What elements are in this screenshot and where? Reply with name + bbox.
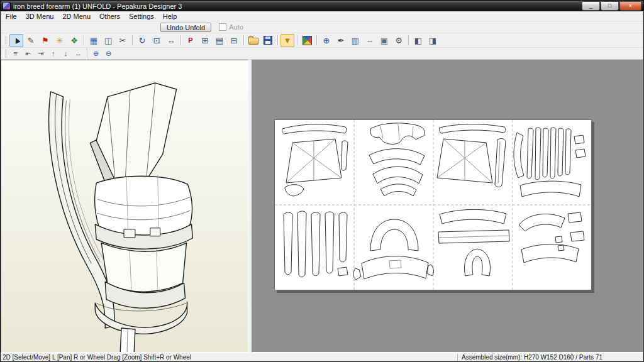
action-bar: Undo Unfold Auto	[1, 21, 643, 33]
pattern-part[interactable]	[427, 265, 433, 276]
pattern-part[interactable]	[353, 268, 361, 280]
align-bottom-icon[interactable]: ↓	[60, 48, 72, 59]
pattern-part[interactable]	[285, 185, 304, 196]
pattern-part[interactable]	[370, 123, 425, 145]
bounding-box-icon[interactable]: ▣	[377, 34, 391, 47]
window-controls: _ □ ×	[582, 1, 641, 11]
print-icon[interactable]: ⊟	[227, 34, 241, 47]
pattern-part[interactable]	[527, 128, 533, 178]
menu-file[interactable]: File	[1, 12, 21, 21]
pattern-part[interactable]	[439, 124, 505, 133]
pattern-part[interactable]	[514, 133, 524, 178]
menu-settings[interactable]: Settings	[125, 12, 158, 21]
cut-edge-icon[interactable]: ✂	[116, 34, 130, 47]
pan-view-icon[interactable]: ↔	[164, 34, 178, 47]
menu-help[interactable]: Help	[158, 12, 182, 21]
scale-check-icon[interactable]: ⇔	[363, 34, 377, 47]
toolbar-grip[interactable]	[3, 49, 6, 58]
join-face-icon[interactable]: ◫	[101, 34, 115, 47]
zoom-out-2d-icon[interactable]: ⊖	[103, 48, 114, 59]
pattern-part[interactable]	[555, 236, 562, 243]
pen-tool-icon[interactable]: ✒	[334, 34, 348, 47]
pattern-part[interactable]	[574, 135, 584, 144]
pattern-part[interactable]	[535, 128, 541, 180]
rotate-view-icon[interactable]: ↻	[135, 34, 149, 47]
align-top-icon[interactable]: ↑	[47, 48, 59, 59]
view-split-left-icon[interactable]: ◧	[411, 34, 425, 47]
toolbar-separator	[408, 35, 409, 45]
pattern-part[interactable]	[568, 212, 582, 222]
pattern-part[interactable]	[311, 212, 320, 276]
view-2d[interactable]	[252, 60, 643, 353]
pattern-part[interactable]	[282, 124, 346, 134]
pattern-part[interactable]	[543, 128, 548, 177]
toolbar-separator	[243, 35, 244, 45]
pattern-part[interactable]	[558, 128, 564, 176]
menu-bar: File3D Menu2D MenuOthersSettingsHelp	[1, 11, 643, 21]
pattern-part[interactable]	[325, 212, 334, 273]
minimize-button[interactable]: _	[582, 1, 600, 11]
pattern-part[interactable]	[519, 214, 565, 231]
folder-open-glyph	[248, 38, 258, 45]
pattern-part[interactable]	[380, 184, 416, 196]
select-tool-icon[interactable]: ▶	[9, 34, 23, 47]
toolbar-separator	[87, 48, 87, 58]
align-left-icon[interactable]: ⇤	[22, 48, 34, 59]
highlight-toggle-icon[interactable]: ▼	[280, 34, 294, 47]
view-3d[interactable]	[1, 60, 248, 353]
distribute-h-icon[interactable]: ↔	[72, 48, 84, 59]
toolbar-grip[interactable]	[3, 36, 6, 45]
main-toolbar-icons: ▶✎⚑✳❖▦◫✂↻⊡↔P⊞▤⊟▼⊕✒▥⇔▣⚙◧◨	[9, 34, 440, 47]
part-list-glyph: P	[188, 36, 192, 45]
pattern-part[interactable]	[284, 212, 292, 275]
menu-3d-menu[interactable]: 3D Menu	[21, 12, 58, 21]
pattern-part[interactable]	[338, 267, 348, 276]
menu-others[interactable]: Others	[95, 12, 125, 21]
pattern-part[interactable]	[362, 256, 428, 279]
title-bar[interactable]: iron breed forearm (1) UNFOLD - Pepakura…	[1, 1, 643, 11]
pattern-part[interactable]	[339, 212, 347, 262]
pattern-part[interactable]	[370, 219, 418, 251]
texture-settings-icon[interactable]: ⊕	[319, 34, 333, 47]
save-icon[interactable]	[261, 34, 275, 47]
material-star-icon[interactable]: ✳	[53, 34, 67, 47]
pattern-part[interactable]	[440, 209, 506, 224]
pattern-part[interactable]	[521, 244, 579, 263]
pattern-part[interactable]	[369, 149, 425, 165]
maximize-button[interactable]: □	[601, 1, 619, 11]
pattern-part[interactable]	[558, 245, 564, 251]
pattern-part[interactable]	[570, 231, 584, 241]
edit-edge-icon[interactable]: ✎	[24, 34, 38, 47]
pattern-part[interactable]	[520, 181, 581, 197]
align-right-icon[interactable]: ⇥	[35, 48, 47, 59]
pattern-page[interactable]	[274, 119, 592, 290]
export-pattern-icon[interactable]: ⊞	[198, 34, 212, 47]
part-list-icon[interactable]: P	[184, 34, 197, 47]
page-setup-icon[interactable]: ▤	[213, 34, 226, 47]
pattern-part[interactable]	[297, 211, 306, 277]
view-split-right-icon[interactable]: ◨	[426, 34, 440, 47]
settings-gear-icon[interactable]: ⚙	[392, 34, 406, 47]
check-flag-icon[interactable]: ⚑	[38, 34, 52, 47]
zoom-fit-icon[interactable]: ⊡	[150, 34, 164, 47]
undo-unfold-button[interactable]: Undo Unfold	[160, 23, 211, 32]
pattern-part[interactable]	[373, 167, 423, 184]
pattern-part[interactable]	[341, 141, 348, 170]
zoom-in-2d-icon[interactable]: ⊕	[90, 48, 102, 59]
pattern-part[interactable]	[550, 128, 556, 178]
close-button[interactable]: ×	[619, 1, 641, 11]
model-3d[interactable]	[1, 60, 248, 353]
pattern-part[interactable]	[465, 249, 491, 276]
pattern-part[interactable]	[565, 129, 571, 175]
cube-3d-icon[interactable]	[300, 34, 314, 47]
pattern-part[interactable]	[495, 139, 506, 187]
divide-face-icon[interactable]: ▦	[87, 34, 101, 47]
select-tool-glyph: ▶	[11, 36, 21, 44]
auto-checkbox[interactable]	[219, 23, 226, 31]
folder-open-icon[interactable]	[247, 34, 260, 47]
arrange-parts-icon[interactable]: ≡	[9, 48, 21, 59]
texture-paint-icon[interactable]: ❖	[67, 34, 81, 47]
menu-2d-menu[interactable]: 2D Menu	[58, 12, 95, 21]
pattern-part[interactable]	[575, 149, 586, 158]
material-list-icon[interactable]: ▥	[348, 34, 362, 47]
